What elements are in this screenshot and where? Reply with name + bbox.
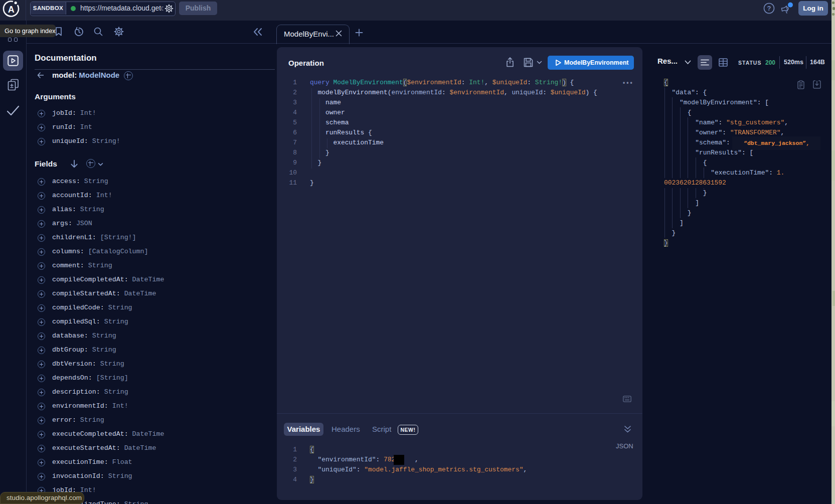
svg-text:A: A — [8, 5, 15, 15]
svg-text:?: ? — [767, 5, 771, 12]
